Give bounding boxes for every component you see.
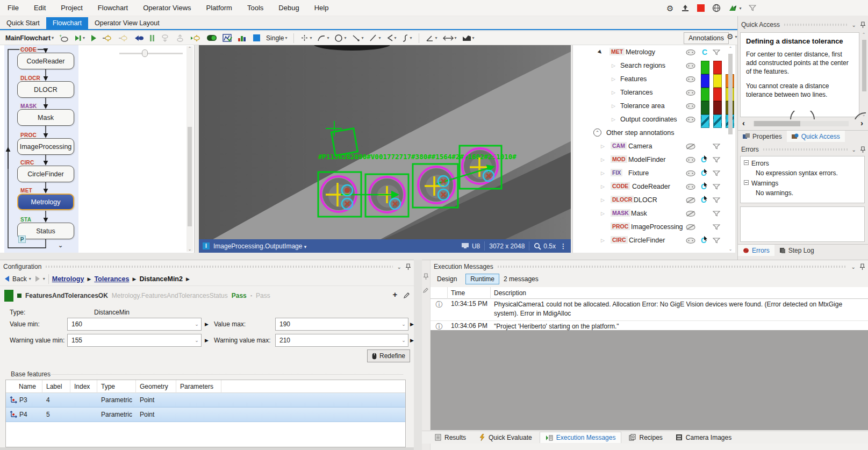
tree-row-tolerance-area[interactable]: ▷ Tolerance area [573, 99, 735, 112]
run-icon[interactable] [89, 32, 98, 44]
scroll-up-icon[interactable]: ⌃ [860, 32, 867, 37]
menu-platform[interactable]: Platform [199, 0, 240, 16]
run-to-step-icon[interactable]: ▾ [73, 32, 86, 44]
table-header-row[interactable]: Name Label Index Type Geometry Parameter… [6, 380, 405, 393]
col-parameters[interactable]: Parameters [176, 380, 221, 393]
scroll-down-icon[interactable]: ⌄ [727, 247, 734, 252]
step-over-icon[interactable] [159, 32, 171, 44]
tab-results[interactable]: Results [429, 432, 471, 443]
breadcrumb-metrology[interactable]: Metrology [52, 275, 84, 283]
tab-errors[interactable]: Errors [738, 245, 774, 256]
filter-funnel-icon[interactable] [713, 184, 720, 190]
eye-visible-icon[interactable] [686, 49, 696, 55]
eye-hidden-icon[interactable] [686, 197, 696, 203]
next-card-icon[interactable]: › [860, 118, 863, 127]
chevron-down-icon[interactable]: ⌄ [852, 147, 856, 153]
menu-file[interactable]: File [0, 0, 26, 16]
edit-pencil-icon[interactable] [423, 287, 429, 293]
pin-icon[interactable] [406, 263, 411, 270]
expander-icon[interactable]: ▷ [601, 233, 605, 247]
tree-row-camera[interactable]: ▷ CAM Camera [573, 139, 735, 153]
circle-tool-icon[interactable]: ▾ [333, 32, 347, 44]
eye-visible-icon[interactable] [686, 157, 696, 163]
polyline-tool-icon[interactable]: ▾ [385, 32, 398, 44]
menu-tools[interactable]: Tools [240, 0, 271, 16]
breadcrumb-tolerances[interactable]: Tolerances [94, 275, 129, 283]
col-label[interactable]: Label [42, 380, 70, 393]
expander-icon[interactable]: ▷ [612, 112, 615, 126]
histogram-icon[interactable] [236, 32, 248, 44]
step-insert-after-icon[interactable] [117, 32, 130, 44]
chevron-down-icon[interactable]: ⌄ [399, 338, 408, 343]
slider-thumb[interactable] [142, 49, 148, 57]
filter-funnel-icon[interactable] [749, 5, 756, 11]
eye-hidden-icon[interactable] [686, 224, 696, 230]
tree-row-metrology[interactable]: ▶ MET Metrology C [573, 45, 735, 59]
flowchart-node-codereader[interactable]: CodeReader [17, 53, 74, 69]
expand-expression-icon[interactable]: ▶ [205, 338, 209, 343]
display-mode-selector[interactable]: Single▾ [265, 32, 288, 44]
arc-tool-icon[interactable]: ▾ [316, 32, 330, 44]
edit-pencil-icon[interactable] [403, 291, 411, 299]
settings-gear-icon[interactable]: ⚙ [666, 4, 673, 12]
table-header-row[interactable]: Time Description [431, 287, 868, 299]
tree-row-output-coordinates[interactable]: ▷ Output coordinates [573, 112, 735, 126]
color-swatch-icon[interactable] [252, 32, 262, 44]
filter-funnel-icon[interactable] [713, 211, 720, 217]
tree-row-dlocr[interactable]: ▷ DLOCR DLOCR C [573, 193, 735, 206]
segment-tool-icon[interactable]: ▾ [350, 32, 364, 44]
expander-icon[interactable]: ▷ [601, 206, 605, 220]
eye-hidden-icon[interactable] [686, 211, 696, 217]
eye-visible-icon[interactable] [686, 103, 696, 109]
flowchart-selector[interactable]: MainFlowchart▾ [4, 32, 55, 44]
expander-icon[interactable]: ▷ [601, 180, 605, 193]
step-run-icon[interactable] [189, 32, 202, 44]
image-display-panel[interactable]: #P1136262090#V001772717#380##1564#2##160… [199, 45, 571, 253]
message-row[interactable]: ⓘ 10:34:15 PM PhysicalCamera1 could not … [431, 299, 868, 321]
filter-funnel-icon[interactable] [713, 238, 720, 244]
tree-row-circlefinder[interactable]: ▷ CIRC CircleFinder C [573, 233, 735, 247]
zoom-level-label[interactable]: 0.5x [543, 242, 556, 250]
chevron-down-icon[interactable]: ⌄ [399, 322, 408, 327]
col-time[interactable]: Time [448, 287, 491, 299]
pin-icon[interactable] [860, 146, 865, 153]
tab-flowchart[interactable]: Flowchart [46, 17, 88, 29]
menu-debug[interactable]: Debug [271, 0, 306, 16]
configuration-header[interactable]: Configuration ⌄ [0, 261, 414, 272]
table-row[interactable]: P4 5 Parametric Point [6, 408, 405, 422]
breadcrumb-distancemin2[interactable]: DistanceMin2 [139, 275, 183, 283]
menu-help[interactable]: Help [307, 0, 336, 16]
filter-funnel-icon[interactable] [713, 170, 720, 176]
filter-funnel-icon[interactable] [713, 157, 720, 163]
scrollbar-thumb[interactable] [862, 40, 866, 91]
eye-visible-icon[interactable] [686, 184, 696, 190]
prev-card-icon[interactable]: ‹ [742, 118, 745, 127]
value-max-input[interactable]: 190⌄ [275, 318, 408, 331]
tab-runtime[interactable]: Runtime [465, 274, 499, 284]
chevron-down-icon[interactable]: ⌄ [852, 22, 856, 28]
expander-icon[interactable]: ▷ [612, 59, 615, 72]
tab-quick-evaluate[interactable]: Quick Evaluate [474, 432, 537, 443]
expander-icon[interactable]: ▷ [601, 193, 605, 206]
col-name[interactable]: Name [6, 380, 42, 393]
image-source-selector[interactable]: ImageProcessing.OutputImage ▾ [213, 242, 306, 250]
col-geometry[interactable]: Geometry [136, 380, 176, 393]
chart-icon[interactable] [221, 32, 233, 44]
add-step-icon[interactable]: + [58, 32, 70, 44]
tab-design[interactable]: Design [433, 274, 461, 284]
flowchart-node-dlocr[interactable]: DLOCR [17, 81, 74, 98]
errors-panel-header[interactable]: Errors ⌄ [738, 144, 868, 155]
image-menu-icon[interactable]: ⋮ [560, 242, 566, 250]
expand-expression-icon[interactable]: ▶ [410, 338, 414, 343]
chevron-down-icon[interactable]: ⌄ [192, 338, 201, 343]
col-type[interactable]: Type [97, 380, 136, 393]
eye-visible-icon[interactable] [686, 117, 696, 123]
quick-access-header[interactable]: Quick Access ⌄ [738, 19, 868, 30]
selection-mode-icon[interactable]: C [701, 166, 706, 180]
tree-row-fixture[interactable]: ▷ FIX Fixture C [573, 166, 735, 180]
filter-funnel-icon[interactable] [713, 197, 720, 203]
annotations-scrollbar[interactable]: ⌃ ⌄ [727, 46, 734, 252]
horizontal-scrollbar[interactable] [0, 447, 414, 450]
eye-visible-icon[interactable] [686, 90, 696, 96]
filter-funnel-icon[interactable] [713, 144, 720, 149]
